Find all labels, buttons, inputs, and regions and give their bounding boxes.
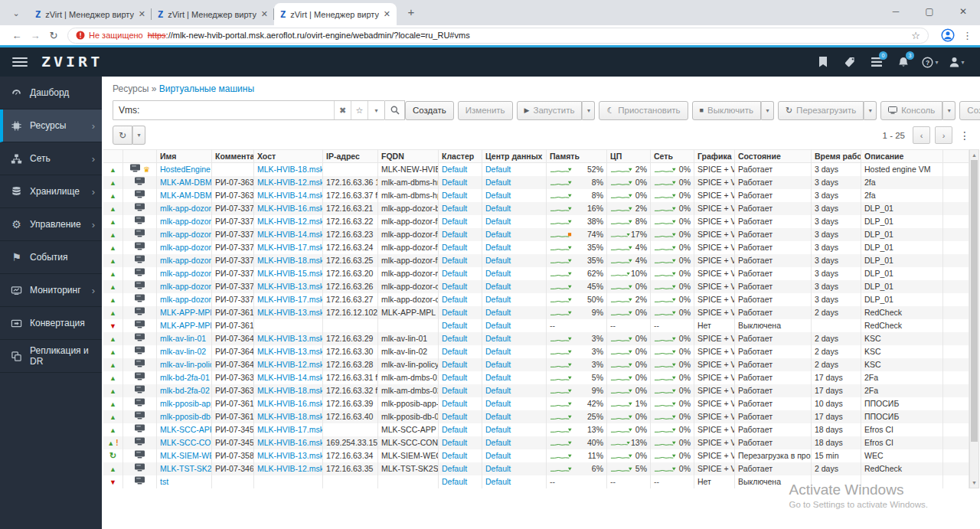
- dc-link[interactable]: Default: [485, 425, 511, 434]
- sidebar-item-network[interactable]: Сеть›: [0, 142, 102, 175]
- table-row[interactable]: ▼MLK-APP-MPL_01РИ-07-3618DefaultDefault-…: [103, 319, 969, 332]
- host-link[interactable]: MLK-HVIB-12.msk.ae: [257, 178, 323, 187]
- browser-tab[interactable]: ZzVirt | Менеджер виртуализ...✕: [29, 3, 152, 25]
- cluster-link[interactable]: Default: [442, 438, 467, 447]
- cluster-link[interactable]: Default: [442, 386, 467, 395]
- host-link[interactable]: MLK-HVIB-15.msk.ae: [257, 269, 323, 278]
- table-row[interactable]: ↻MLK-SIEM-WEC-01РИ-07-3588MLK-HVIB-13.ms…: [103, 449, 969, 462]
- cluster-link[interactable]: Default: [442, 295, 467, 304]
- host-link[interactable]: MLK-HVIB-16.msk.ae: [257, 438, 323, 447]
- table-row[interactable]: ▲MLK-TST-SK2SS_01РИ-07-3467MLK-HVIB-12.m…: [103, 462, 969, 475]
- name-link[interactable]: HostedEngine: [160, 165, 211, 174]
- dc-link[interactable]: Default: [485, 451, 511, 460]
- name-link[interactable]: mlk-app-dozor-ocr1_: [160, 282, 212, 291]
- name-link[interactable]: MLK-TST-SK2SS_01: [160, 464, 212, 473]
- scrollbar-down-arrow-icon[interactable]: ▼: [970, 478, 978, 488]
- create-vm-button[interactable]: Создать: [405, 101, 454, 120]
- reboot-vm-button[interactable]: ↻Перезагрузить: [778, 101, 864, 120]
- dc-link[interactable]: Default: [485, 178, 511, 187]
- refresh-button[interactable]: ↻: [113, 126, 132, 145]
- search-star-icon[interactable]: ☆: [351, 101, 368, 119]
- name-link[interactable]: mlk-bd-2fa-01: [160, 373, 210, 382]
- dc-link[interactable]: Default: [485, 204, 511, 213]
- bookmark-star-icon[interactable]: ☆: [911, 30, 920, 41]
- column-header-spacer[interactable]: [943, 150, 969, 162]
- dc-link[interactable]: Default: [485, 230, 511, 239]
- column-header-mem[interactable]: Память: [547, 150, 607, 162]
- host-link[interactable]: MLK-HVIB-13.msk.ae: [257, 334, 323, 343]
- host-link[interactable]: MLK-HVIB-13.msk.ae: [257, 282, 323, 291]
- column-header-cluster[interactable]: Кластер: [439, 150, 482, 162]
- address-bar[interactable]: Не защищено https://mlk-new-hvib-portal.…: [67, 28, 929, 44]
- name-link[interactable]: mlk-av-lin-02: [160, 347, 206, 356]
- dc-link[interactable]: Default: [485, 477, 511, 486]
- cluster-link[interactable]: Default: [442, 477, 467, 486]
- name-link[interactable]: mlk-app-dozor-filter1: [160, 217, 212, 226]
- cluster-link[interactable]: Default: [442, 360, 467, 369]
- dc-link[interactable]: Default: [485, 412, 511, 421]
- sidebar-item-events[interactable]: ⚑События: [0, 241, 102, 274]
- column-header-ip[interactable]: IP-адрес: [323, 150, 378, 162]
- host-link[interactable]: MLK-HVIB-13.msk.ae: [257, 308, 323, 317]
- dc-link[interactable]: Default: [485, 399, 511, 408]
- table-row[interactable]: ▲MLK-APP-MPLРИ-07-3618MLK-HVIB-13.msk.ae…: [103, 306, 969, 319]
- cluster-link[interactable]: Default: [442, 334, 467, 343]
- create-snapshot-button[interactable]: Создать снимок: [959, 101, 980, 120]
- cluster-link[interactable]: Default: [442, 230, 467, 239]
- column-header-status[interactable]: [103, 150, 123, 162]
- table-row[interactable]: ▲mlk-app-dozor-main_РИ-07-3375MLK-HVIB-1…: [103, 267, 969, 280]
- dc-link[interactable]: Default: [485, 217, 511, 226]
- host-link[interactable]: MLK-HVIB-16.msk.ae: [257, 399, 323, 408]
- tab-close-icon[interactable]: ✕: [261, 9, 268, 19]
- dc-link[interactable]: Default: [485, 360, 511, 369]
- dc-link[interactable]: Default: [485, 295, 511, 304]
- console-button[interactable]: Консоль: [880, 101, 942, 120]
- table-row[interactable]: ▲MLK-AM-DBMS-HPR-РИ-07-3638MLK-HVIB-12.m…: [103, 176, 969, 189]
- user-menu-icon[interactable]: ▾: [946, 52, 968, 72]
- cluster-link[interactable]: Default: [442, 464, 467, 473]
- bookmarks-icon[interactable]: [812, 52, 834, 72]
- search-button[interactable]: [385, 100, 405, 120]
- name-link[interactable]: MLK-SIEM-WEC-01: [160, 451, 212, 460]
- dc-link[interactable]: Default: [485, 282, 511, 291]
- cluster-link[interactable]: Default: [442, 165, 467, 174]
- host-link[interactable]: MLK-HVIB-18.msk.ae: [257, 412, 323, 421]
- browser-tab[interactable]: ZzVirt | Менеджер виртуализ...✕: [152, 3, 274, 25]
- name-link[interactable]: MLK-AM-DBMS-HPR-: [160, 178, 212, 187]
- dc-link[interactable]: Default: [485, 269, 511, 278]
- host-link[interactable]: MLK-HVIB-13.msk.ae: [257, 451, 323, 460]
- prev-page-button[interactable]: ‹: [913, 126, 930, 144]
- host-link[interactable]: MLK-HVIB-18.msk.ae: [257, 256, 323, 265]
- sidebar-item-resources[interactable]: Ресурсы›: [0, 109, 102, 142]
- name-link[interactable]: mlk-app-dozor-filter5: [160, 243, 212, 252]
- table-row[interactable]: ▲mlk-pposib-app-01РИ-07-3614MLK-HVIB-16.…: [103, 397, 969, 410]
- cluster-link[interactable]: Default: [442, 191, 467, 200]
- dc-link[interactable]: Default: [485, 438, 511, 447]
- tags-icon[interactable]: [839, 52, 861, 72]
- name-link[interactable]: MLK-APP-MPL_01: [160, 321, 212, 330]
- column-header-desc[interactable]: Описание: [861, 150, 943, 162]
- sidebar-item-conversion[interactable]: Конвертация: [0, 307, 102, 340]
- table-row[interactable]: ▲mlk-app-dozor-ocr1_РИ-07-3375MLK-HVIB-1…: [103, 280, 969, 293]
- table-row[interactable]: ▲MLK-AM-DBMS-HPR-РИ-07-3638MLK-HVIB-14.m…: [103, 189, 969, 202]
- host-link[interactable]: MLK-HVIB-17.msk.ae: [257, 243, 323, 252]
- host-link[interactable]: MLK-HVIB-14.msk.ae: [257, 373, 323, 382]
- table-row[interactable]: ▲mlk-av-lin-policyРИ-07-3644MLK-HVIB-12.…: [103, 358, 969, 371]
- window-close-button[interactable]: ✕: [946, 0, 980, 23]
- sidebar-item-dashboard[interactable]: Дашборд: [0, 77, 102, 109]
- host-link[interactable]: MLK-HVIB-18.msk.ae: [257, 386, 323, 395]
- table-row[interactable]: ▲mlk-app-dozor-filter5РИ-07-3375MLK-HVIB…: [103, 241, 969, 254]
- refresh-dropdown-caret-icon[interactable]: ▾: [132, 126, 145, 145]
- column-header-dc[interactable]: Центр данных: [482, 150, 547, 162]
- shutdown-vm-button[interactable]: ■Выключить: [692, 101, 761, 120]
- sidebar-item-storage[interactable]: Хранилище›: [0, 175, 102, 208]
- table-row[interactable]: ▲mlk-pposib-db-01РИ-07-3614MLK-HVIB-18.m…: [103, 410, 969, 423]
- host-link[interactable]: MLK-HVIB-14.msk.ae: [257, 191, 323, 200]
- cluster-link[interactable]: Default: [442, 425, 467, 434]
- sidebar-item-administration[interactable]: ⚙Управление›: [0, 208, 102, 241]
- scrollbar-up-arrow-icon[interactable]: ▲: [970, 150, 978, 160]
- table-row[interactable]: ▲mlk-app-dozor-bd_0РИ-07-3375MLK-HVIB-16…: [103, 202, 969, 215]
- column-header-state[interactable]: Состояние: [735, 150, 812, 162]
- cluster-link[interactable]: Default: [442, 399, 467, 408]
- window-minimize-button[interactable]: ─: [879, 0, 913, 23]
